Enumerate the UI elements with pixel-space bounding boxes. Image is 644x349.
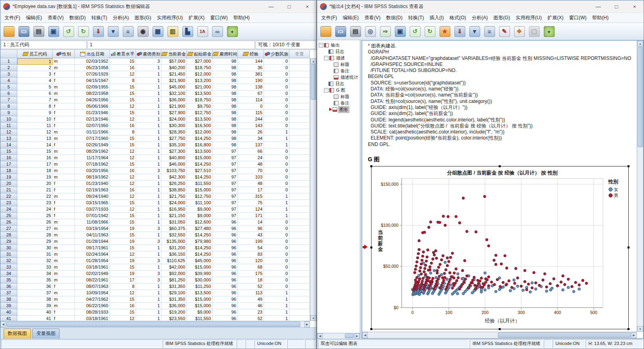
content-v-scrollbar[interactable]: ▲ ▼ xyxy=(637,41,643,332)
scatter-chart-object[interactable]: $0$50,000$100,000$150,000010020030040050… xyxy=(371,166,629,329)
selection-handle[interactable] xyxy=(370,165,372,167)
grid-cell[interactable]: 24 xyxy=(17,206,53,213)
grid-cell[interactable]: 19 xyxy=(110,271,136,277)
grid-cell[interactable]: $27,000 xyxy=(187,58,213,65)
grid-cell-empty[interactable] xyxy=(289,148,310,155)
grid-cell[interactable]: 0 xyxy=(264,116,289,123)
selection-handle[interactable] xyxy=(499,328,501,330)
grid-cell[interactable]: 07/18/1962 xyxy=(75,161,110,168)
grid-cell[interactable]: 13 xyxy=(17,135,53,142)
goto-output-icon[interactable]: ★ xyxy=(438,25,452,38)
menu-转换[interactable]: 转换(T) xyxy=(89,13,110,23)
menu-实用程序[interactable]: 实用程序(U) xyxy=(154,13,186,23)
grid-cell[interactable]: 1 xyxy=(264,142,289,148)
grid-cell[interactable]: 1 xyxy=(264,129,289,135)
grid-cell[interactable]: 39 xyxy=(17,303,53,309)
grid-cell[interactable]: $31,350 xyxy=(161,296,187,303)
grid-cell-empty[interactable] xyxy=(289,238,310,245)
row-header-26[interactable]: 26 xyxy=(0,219,17,226)
grid-cell[interactable]: f xyxy=(53,142,75,148)
grid-cell[interactable]: 124 xyxy=(238,206,264,213)
grid-cell[interactable]: 70 xyxy=(238,168,264,174)
grid-cell[interactable]: 199 xyxy=(238,238,264,245)
row-header-7[interactable]: 7 xyxy=(0,97,17,103)
grid-cell[interactable]: 02/03/1952 xyxy=(75,58,110,65)
grid-cell[interactable]: $30,300 xyxy=(161,123,187,129)
tree-collapse-icon[interactable]: − xyxy=(324,88,328,92)
grid-cell[interactable]: 12 xyxy=(110,148,136,155)
insert-variable-icon[interactable]: ▥ xyxy=(166,25,180,38)
grid-cell[interactable]: 381 xyxy=(238,71,264,78)
grid-cell[interactable]: $14,250 xyxy=(187,135,213,142)
grid-cell[interactable]: 1 xyxy=(136,97,161,103)
grid-cell[interactable]: 0 xyxy=(264,58,289,65)
grid-cell[interactable]: 0 xyxy=(264,123,289,129)
grid-cell[interactable]: $12,750 xyxy=(187,110,213,116)
output-content-pane[interactable]: * 图表构建器. GGRAPH /GRAPHDATASET NAME="grap… xyxy=(362,40,644,339)
column-header-员工代码[interactable]: 员工代码 xyxy=(17,50,53,58)
grid-cell[interactable]: f xyxy=(53,206,75,213)
row-header-30[interactable]: 30 xyxy=(0,245,17,251)
grid-cell[interactable]: 96 xyxy=(213,245,238,251)
minimize-icon[interactable]: — xyxy=(589,0,607,12)
row-header-14[interactable]: 14 xyxy=(0,142,17,148)
grid-cell[interactable]: 96 xyxy=(213,271,238,277)
grid-cell[interactable]: 1 xyxy=(264,309,289,316)
grid-cell[interactable]: 0 xyxy=(264,283,289,290)
outline-item-输出[interactable]: −输出 xyxy=(318,42,360,48)
grid-cell[interactable]: 7 xyxy=(17,97,53,103)
grid-cell[interactable]: 1 xyxy=(136,219,161,226)
row-header-6[interactable]: 6 xyxy=(0,90,17,97)
grid-cell[interactable]: $103,750 xyxy=(161,168,187,174)
tree-collapse-icon[interactable]: − xyxy=(324,56,328,60)
grid-cell[interactable]: $14,250 xyxy=(187,161,213,168)
grid-cell[interactable]: 0 xyxy=(264,84,289,90)
designate-window-icon[interactable]: ❖ xyxy=(512,25,526,38)
grid-cell[interactable]: 26 xyxy=(238,129,264,135)
outline-pane[interactable]: −输出日志−描述标题备注描述统计日志−G 图标题备注图形 ◀ ▶ xyxy=(317,40,360,339)
grid-cell[interactable]: 08/29/1962 xyxy=(75,148,110,155)
column-header-变量[interactable]: 变量 xyxy=(289,50,310,58)
grid-cell[interactable]: 16 xyxy=(110,168,136,174)
open-data-icon[interactable] xyxy=(2,25,16,38)
open-output-icon[interactable] xyxy=(319,25,332,38)
grid-cell[interactable]: 15 xyxy=(110,90,136,97)
grid-cell[interactable]: m xyxy=(53,296,75,303)
grid-cell[interactable]: m xyxy=(53,264,75,271)
grid-cell[interactable]: $40,800 xyxy=(161,155,187,161)
row-header-22[interactable]: 22 xyxy=(0,193,17,200)
grid-cell[interactable]: 18 xyxy=(238,277,264,283)
grid-cell[interactable]: 22 xyxy=(17,193,53,200)
grid-cell[interactable]: 49 xyxy=(238,296,264,303)
variables-icon[interactable]: ≡ xyxy=(483,25,496,38)
grid-cell[interactable]: $24,000 xyxy=(161,200,187,206)
grid-cell[interactable]: 09/17/1961 xyxy=(75,245,110,251)
grid-cell[interactable]: 16 xyxy=(110,187,136,193)
grid-cell[interactable]: $21,900 xyxy=(161,103,187,110)
grid-cell[interactable]: $24,000 xyxy=(161,116,187,123)
grid-cell[interactable]: 1 xyxy=(264,213,289,219)
row-header-19[interactable]: 19 xyxy=(0,174,17,181)
grid-cell[interactable]: 33 xyxy=(17,264,53,271)
grid-cell[interactable]: $40,200 xyxy=(161,65,187,71)
grid-cell[interactable]: 83 xyxy=(238,251,264,258)
outline-item-描述统计[interactable]: 描述统计 xyxy=(318,74,360,80)
viewer-titlebar[interactable]: *输出4 [文档4] - IBM SPSS Statistics 查看器 — □… xyxy=(317,0,644,13)
goto-case-icon[interactable]: ⇓ xyxy=(453,25,466,38)
row-header-37[interactable]: 37 xyxy=(0,290,17,296)
grid-cell[interactable]: f xyxy=(53,187,75,193)
grid-cell-empty[interactable] xyxy=(289,213,310,219)
row-header-28[interactable]: 28 xyxy=(0,232,17,238)
menu-数据[interactable]: 数据(D) xyxy=(66,13,89,23)
column-header-教育水平[interactable]: 教育水平 xyxy=(110,50,136,58)
menu-转换[interactable]: 转换(T) xyxy=(405,13,427,23)
grid-cell[interactable]: m xyxy=(53,238,75,245)
grid-cell-empty[interactable] xyxy=(289,219,310,226)
undo-icon[interactable]: ↺ xyxy=(62,25,75,38)
grid-cell[interactable]: $60,375 xyxy=(161,226,187,232)
grid-cell[interactable]: 29 xyxy=(17,238,53,245)
grid-cell[interactable]: 15 xyxy=(17,148,53,155)
grid-cell[interactable]: 96 xyxy=(238,226,264,232)
grid-cell[interactable]: $12,750 xyxy=(187,193,213,200)
menu-图形[interactable]: 图形(G) xyxy=(132,13,154,23)
